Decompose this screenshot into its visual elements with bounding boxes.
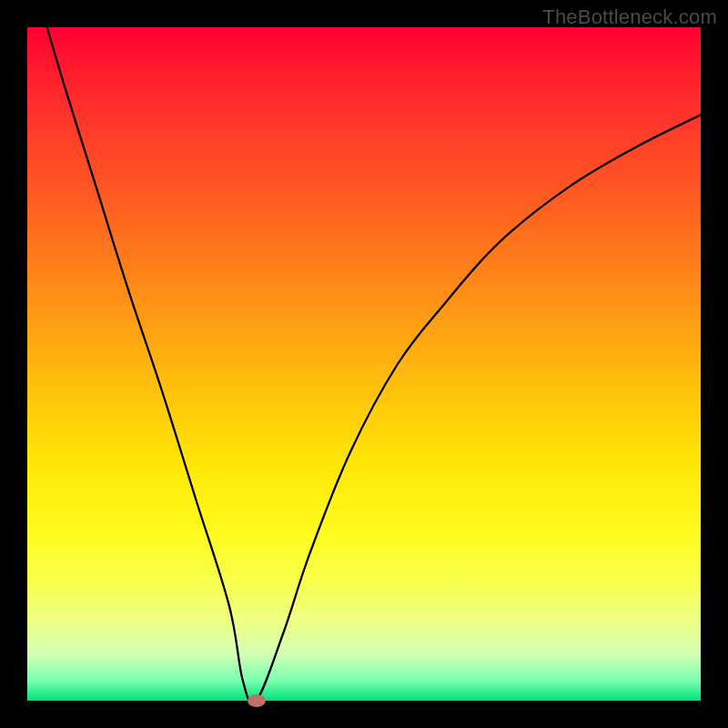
chart-frame: TheBottleneck.com — [0, 0, 728, 728]
bottleneck-curve — [27, 0, 701, 703]
minimum-marker — [248, 694, 266, 707]
plot-area — [27, 27, 701, 701]
curve-svg — [27, 27, 701, 701]
watermark-label: TheBottleneck.com — [542, 5, 717, 29]
